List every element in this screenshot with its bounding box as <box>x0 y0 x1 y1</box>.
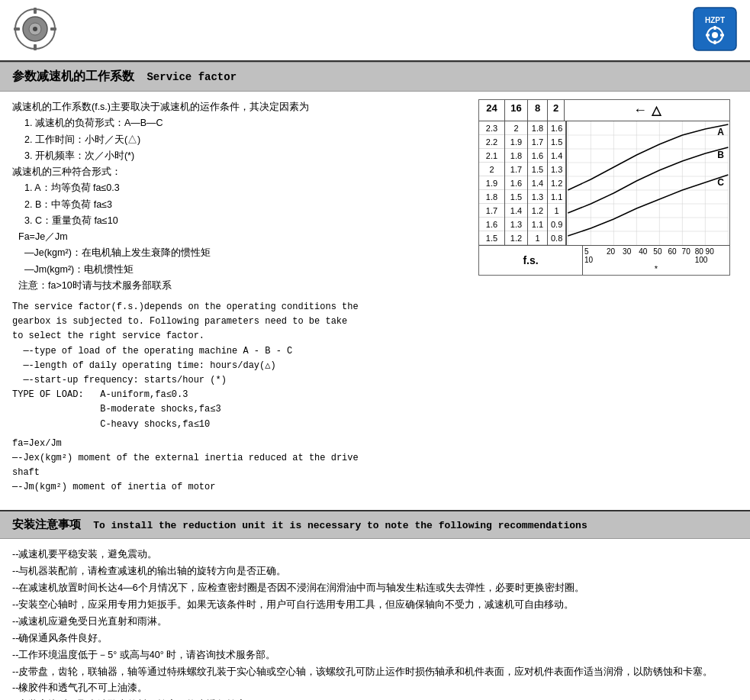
cn-line-4: 3. 开机频率：次／小时(*) <box>24 148 466 164</box>
r3c2: 1.5 <box>528 163 547 176</box>
scale-80-100: 80 90 100 <box>695 247 728 264</box>
cn-line-9: Fa=Je／Jm <box>18 229 466 245</box>
r1c0: 2.2 <box>479 135 504 149</box>
svg-rect-4 <box>34 8 37 14</box>
r8c0: 1.5 <box>479 231 504 245</box>
install-note-3: --在减速机放置时间长达4—6个月情况下，应检查密封圈是否因不浸润在润滑油中而与… <box>12 580 738 597</box>
r8c1: 1.2 <box>505 231 527 245</box>
r5c0: 1.8 <box>479 190 504 204</box>
en-line-9: C-heavy shocks,fa≤10 <box>12 418 466 432</box>
label-a: A <box>718 127 725 137</box>
r7c1: 1.3 <box>505 218 527 231</box>
svg-point-3 <box>33 27 37 31</box>
curve-b <box>568 147 729 213</box>
install-note-1: --减速机要平稳安装，避免震动。 <box>12 547 738 563</box>
scale-numbers: 5 10 20 30 40 50 60 70 80 90 100 <box>584 247 728 264</box>
chart-number-columns: 2.3 2.2 2.1 2 1.9 1.8 1.7 1.6 1.5 2 <box>479 121 566 245</box>
svg-rect-7 <box>50 27 56 31</box>
r8c3: 0.8 <box>548 231 565 245</box>
en-line-8: B-moderate shocks,fa≤3 <box>12 402 466 417</box>
curve-a <box>568 175 729 236</box>
r5c2: 1.3 <box>528 190 547 204</box>
cn-line-2: 1. 减速机的负荷形式：A—B—C <box>24 115 466 131</box>
r1c1: 1.9 <box>505 135 527 149</box>
r8c2: 1 <box>528 231 547 245</box>
chart-col-24: 24 <box>479 100 505 121</box>
chart-arrow-area: ← △ <box>565 100 729 121</box>
curve-c <box>568 124 729 190</box>
chart-header-row: 24 16 8 2 ← △ <box>479 100 729 121</box>
r4c2: 1.4 <box>528 176 547 190</box>
cn-line-5: 减速机的三种符合形式： <box>12 164 466 180</box>
logo-right: HZPT <box>692 6 738 54</box>
section2-header: 安装注意事项 To install the reduction unit it … <box>0 510 750 539</box>
cn-line-10: —Je(kgm²)：在电机轴上发生衰降的惯性矩 <box>24 245 466 261</box>
chart-container: 24 16 8 2 ← △ 2.3 2. <box>478 99 730 276</box>
chart-footer-fs: f.s. <box>479 246 583 275</box>
r5c1: 1.5 <box>505 190 527 204</box>
scale-30: 30 <box>623 247 631 264</box>
install-note-4: --安装空心轴时，应采用专用力矩扳手。如果无该条件时，用户可自行选用专用工具，但… <box>12 597 738 614</box>
label-b: B <box>718 150 725 160</box>
install-note-8: --皮带盘，齿轮，联轴器，轴等通过特殊螺纹孔装于实心轴或空心轴，该螺纹孔可防止运… <box>12 664 738 681</box>
cn-line-8: 3. C：重量负荷 fa≤10 <box>24 213 466 229</box>
section2-title-cn: 安装注意事项 <box>12 518 81 531</box>
chart-svg: C B A <box>567 121 729 245</box>
cn-line-11: —Jm(kgm²)：电机惯性矩 <box>24 262 466 278</box>
r2c3: 1.4 <box>548 149 565 163</box>
r0c3: 1.6 <box>548 121 565 135</box>
r2c1: 1.8 <box>505 149 527 163</box>
cn-line-3: 2. 工作时间：小时／天(△) <box>24 132 466 148</box>
chart-col-8: 8 <box>528 100 548 121</box>
en-line-10: fa=Jex/Jm <box>12 437 466 451</box>
r0c2: 1.8 <box>528 121 547 135</box>
r5c3: 1.1 <box>548 190 565 204</box>
cn-line-12: 注意：fa>10时请与技术服务部联系 <box>18 278 466 294</box>
logo-left <box>12 6 58 54</box>
scale-20: 20 <box>607 247 615 264</box>
scale-60: 60 <box>668 247 676 264</box>
chart-footer-scale-area: 5 10 20 30 40 50 60 70 80 90 100 * <box>583 246 729 275</box>
svg-rect-14 <box>706 34 710 37</box>
delta-symbol: △ <box>652 103 661 118</box>
r3c3: 1.3 <box>548 163 565 176</box>
en-line-1: The service factor(f.s.)depends on the o… <box>12 300 466 315</box>
svg-rect-15 <box>720 34 724 37</box>
r3c0: 2 <box>479 163 504 176</box>
en-line-2: gearbox is subjected to. Following param… <box>12 315 466 329</box>
svg-text:HZPT: HZPT <box>705 16 725 24</box>
en-line-11: —-Jex(kgm²) moment of the external inert… <box>12 451 466 466</box>
chart-col-16: 16 <box>505 100 528 121</box>
r6c1: 1.4 <box>505 204 527 218</box>
install-note-7: --工作环境温度低于－5° 或高与40° 时，请咨询技术服务部。 <box>12 647 738 664</box>
section1-content: 减速机的工作系数(f.s.)主要取决于减速机的运作条件，其决定因素为 1. 减速… <box>0 92 750 502</box>
install-note-2: --与机器装配前，请检查减速机的输出轴的旋转方向是否正确。 <box>12 563 738 580</box>
scale-50: 50 <box>653 247 661 264</box>
install-note-6: --确保通风条件良好。 <box>12 631 738 647</box>
cn-line-6: 1. A：均等负荷 fa≤0.3 <box>24 180 466 196</box>
chart-num-col-16: 2 1.9 1.8 1.7 1.6 1.5 1.4 1.3 1.2 <box>505 121 528 245</box>
svg-rect-12 <box>714 26 716 30</box>
en-intro: The service factor(f.s.)depends on the o… <box>12 300 466 495</box>
section2-title-en: To install the reduction unit it is nece… <box>93 520 587 531</box>
r0c1: 2 <box>505 121 527 135</box>
en-line-13: —-Jm(kgm²) moment of inertia of motor <box>12 480 466 495</box>
chart-graph-area: C B A <box>566 121 729 245</box>
chart-footer: f.s. 5 10 20 30 40 50 60 70 80 90 100 <box>479 245 729 275</box>
section1-title-en: Service factor <box>146 71 237 83</box>
r4c1: 1.6 <box>505 176 527 190</box>
section1-header: 参数减速机的工作系数 Service factor <box>0 62 750 92</box>
r7c3: 0.9 <box>548 218 565 231</box>
install-note-5: --减速机应避免受日光直射和雨淋。 <box>12 614 738 631</box>
r4c3: 1.2 <box>548 176 565 190</box>
footer-star: * <box>655 264 658 273</box>
r7c0: 1.6 <box>479 218 504 231</box>
label-c: C <box>718 177 725 188</box>
svg-rect-6 <box>14 27 20 31</box>
right-column: 24 16 8 2 ← △ 2.3 2. <box>478 99 738 495</box>
section1-title-cn: 参数减速机的工作系数 <box>12 69 134 82</box>
cn-line-1: 减速机的工作系数(f.s.)主要取决于减速机的运作条件，其决定因素为 <box>12 99 466 115</box>
r1c3: 1.5 <box>548 135 565 149</box>
r6c3: 1 <box>548 204 565 218</box>
r4c0: 1.9 <box>479 176 504 190</box>
